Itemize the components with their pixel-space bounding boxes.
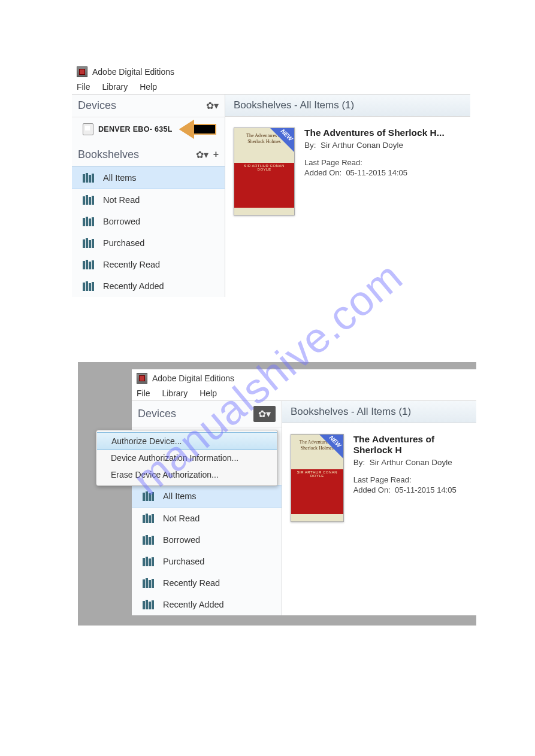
shelf-item-all[interactable]: All Items: [132, 485, 282, 508]
sidebar: Devices ✿▾ Authorize Device... Device Au…: [132, 401, 282, 615]
shelf-item-label: Purchased: [103, 238, 144, 248]
shelf-item-purchased[interactable]: Purchased: [72, 232, 225, 254]
books-icon: [83, 217, 95, 226]
shelf-item-label: Not Read: [103, 195, 140, 205]
menu-help[interactable]: Help: [200, 388, 217, 398]
shelf-item-label: Purchased: [163, 557, 204, 566]
shelf-item-recentlyadded[interactable]: Recently Added: [72, 275, 225, 297]
shelf-item-notread[interactable]: Not Read: [132, 508, 282, 529]
devices-header: Devices ✿▾: [132, 401, 282, 427]
shelf-item-borrowed[interactable]: Borrowed: [132, 529, 282, 551]
books-icon: [83, 281, 95, 291]
shelf-item-recentlyread[interactable]: Recently Read: [132, 572, 282, 594]
device-item[interactable]: DENVER EBO- 635L: [72, 117, 225, 144]
books-icon: [83, 173, 95, 183]
books-icon: [143, 491, 155, 501]
book-author: By: Sir Arthur Conan Doyle: [304, 141, 445, 150]
menu-file[interactable]: File: [137, 388, 150, 398]
app-icon: [77, 66, 87, 77]
menu-help[interactable]: Help: [140, 82, 157, 92]
books-icon: [143, 578, 155, 588]
window-titlebar: Adobe Digital Editions: [132, 369, 476, 386]
shelf-item-all[interactable]: All Items: [72, 166, 225, 189]
app-title: Adobe Digital Editions: [92, 67, 174, 77]
device-name: DENVER EBO- 635L: [98, 125, 173, 133]
books-icon: [143, 535, 155, 545]
shelf-item-label: Borrowed: [163, 535, 200, 545]
main-panel: Bookshelves - All Items (1) The Adventur…: [225, 95, 470, 297]
devices-header-label: Devices: [78, 99, 116, 112]
sidebar: Devices ✿▾ DENVER EBO- 635L Bookshelves …: [72, 95, 225, 297]
books-icon: [143, 557, 155, 566]
book-row[interactable]: The Adventures of Sherlock Holmes SIR AR…: [282, 423, 476, 533]
window-titlebar: Adobe Digital Editions: [72, 63, 470, 80]
menu-bar: File Library Help: [72, 80, 470, 95]
arrow-annotation: [180, 121, 216, 138]
shelf-item-recentlyadded[interactable]: Recently Added: [132, 594, 282, 615]
menu-erase-device-auth[interactable]: Erase Device Authorization...: [96, 466, 277, 483]
gear-icon[interactable]: ✿▾: [206, 100, 219, 111]
bookshelves-header: Bookshelves ✿▾ +: [72, 144, 225, 166]
book-cover[interactable]: The Adventures of Sherlock Holmes SIR AR…: [234, 127, 295, 215]
devices-header: Devices ✿▾: [72, 95, 225, 117]
plus-icon[interactable]: +: [213, 149, 219, 160]
menu-file[interactable]: File: [77, 82, 90, 92]
bookshelves-header-label: Bookshelves: [78, 148, 139, 161]
shelf-item-label: Recently Added: [163, 600, 224, 609]
shelf-item-label: Recently Read: [163, 578, 220, 588]
added-on: Added On: 05-11-2015 14:05: [304, 168, 445, 177]
devices-context-menu: Authorize Device... Device Authorization…: [96, 430, 278, 486]
window-2: Adobe Digital Editions File Library Help…: [132, 369, 476, 615]
shelf-item-notread[interactable]: Not Read: [72, 189, 225, 211]
book-author: By: Sir Arthur Conan Doyle: [353, 458, 468, 467]
cover-author-text: SIR ARTHUR CONAN DOYLE: [237, 164, 292, 171]
added-on: Added On: 05-11-2015 14:05: [353, 485, 468, 494]
main-panel: Bookshelves - All Items (1) The Adventur…: [282, 401, 476, 615]
screenshot-2: Adobe Digital Editions File Library Help…: [78, 362, 476, 626]
device-icon: [83, 123, 93, 135]
books-icon: [83, 195, 95, 205]
shelf-list: All Items Not Read Borrowed Purchased Re…: [72, 166, 225, 297]
shelf-item-label: All Items: [163, 491, 197, 501]
shelf-item-label: All Items: [103, 173, 137, 183]
books-icon: [143, 600, 155, 609]
gear-icon[interactable]: ✿▾: [253, 406, 276, 422]
cover-author-text: SIR ARTHUR CONAN DOYLE: [294, 470, 341, 478]
book-meta: The Adventures of Sherlock H By: Sir Art…: [353, 434, 468, 522]
shelf-item-borrowed[interactable]: Borrowed: [72, 211, 225, 232]
shelf-item-purchased[interactable]: Purchased: [132, 551, 282, 572]
screenshot-1: Adobe Digital Editions File Library Help…: [72, 63, 470, 297]
last-page-read: Last Page Read:: [304, 158, 445, 167]
menu-authorize-device[interactable]: Authorize Device...: [97, 432, 277, 450]
book-title: The Adventures of Sherlock H: [353, 434, 468, 456]
book-row[interactable]: The Adventures of Sherlock Holmes SIR AR…: [225, 117, 470, 226]
shelf-item-label: Borrowed: [103, 217, 140, 226]
last-page-read: Last Page Read:: [353, 475, 468, 484]
devices-header-label: Devices: [138, 408, 176, 420]
main-header: Bookshelves - All Items (1): [282, 401, 476, 423]
books-icon: [83, 238, 95, 248]
shelf-list: All Items Not Read Borrowed Purchased: [132, 485, 282, 615]
menu-library[interactable]: Library: [162, 388, 188, 398]
app-icon: [137, 373, 147, 384]
book-meta: The Adventures of Sherlock H... By: Sir …: [304, 127, 445, 215]
menu-device-auth-info[interactable]: Device Authorization Information...: [96, 450, 277, 466]
books-icon: [143, 514, 155, 523]
book-title: The Adventures of Sherlock H...: [304, 127, 445, 138]
menu-library[interactable]: Library: [102, 82, 128, 92]
books-icon: [83, 260, 95, 269]
book-cover[interactable]: The Adventures of Sherlock Holmes SIR AR…: [291, 434, 344, 522]
shelf-item-label: Recently Read: [103, 260, 160, 269]
gear-icon[interactable]: ✿▾: [196, 149, 208, 160]
menu-bar: File Library Help: [132, 386, 476, 401]
main-header: Bookshelves - All Items (1): [225, 95, 470, 117]
app-title: Adobe Digital Editions: [152, 374, 234, 383]
shelf-item-label: Not Read: [163, 514, 200, 523]
shelf-item-recentlyread[interactable]: Recently Read: [72, 254, 225, 275]
shelf-item-label: Recently Added: [103, 281, 164, 291]
